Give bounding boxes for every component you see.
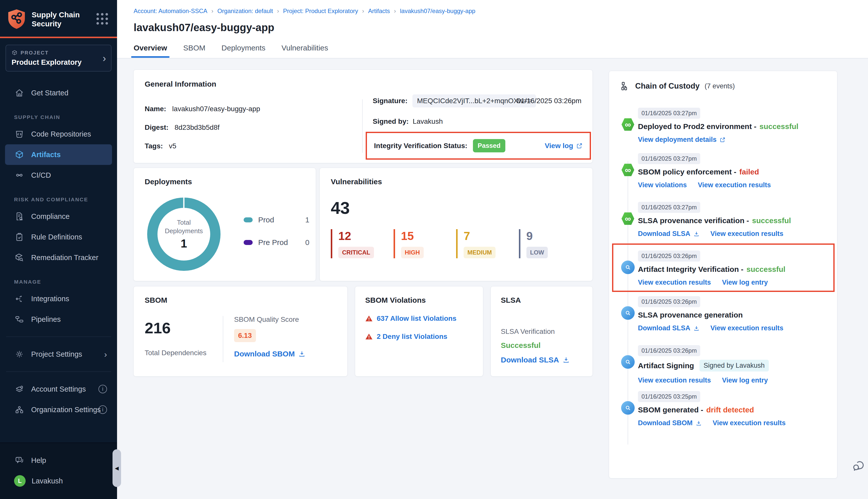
severity-medium: 7 MEDIUM	[456, 229, 519, 258]
chain-of-custody-panel: Chain of Custody (7 events) ∞ 01/16/2025…	[609, 71, 837, 478]
view-execution-results-link[interactable]: View execution results	[698, 181, 771, 189]
event-status: successful	[752, 216, 791, 225]
external-link-icon	[576, 143, 583, 149]
event-status: successful	[746, 265, 785, 273]
tab-deployments[interactable]: Deployments	[221, 44, 265, 58]
sidebar-item-code-repositories[interactable]: Code Repositories	[0, 124, 117, 144]
breadcrumb-current[interactable]: lavakush07/easy-buggy-app	[400, 8, 475, 14]
legend-dot-preprod	[244, 240, 253, 245]
slsa-verification-label: SLSA Verification	[501, 328, 582, 336]
help-button[interactable]: ? Help	[0, 450, 117, 471]
app-title: Supply Chain Security	[32, 10, 89, 28]
sidebar-item-remediation-tracker[interactable]: Remediation Tracker	[0, 247, 117, 268]
artifact-digest: 8d23bd3b5d8f	[174, 123, 219, 132]
sidebar-item-cicd[interactable]: CI/CD	[0, 165, 117, 185]
download-slsa-link[interactable]: Download SLSA	[501, 356, 559, 364]
sidebar-item-integrations[interactable]: Integrations	[0, 289, 117, 309]
chain-event: ∞ 01/16/2025 03:27pm Deployed to Prod2 e…	[638, 108, 830, 144]
sidebar-item-compliance[interactable]: Compliance	[0, 206, 117, 227]
sidebar-item-artifacts[interactable]: Artifacts	[5, 144, 112, 165]
chevron-right-icon: ›	[104, 349, 107, 359]
app-logo-shield-icon	[7, 9, 27, 30]
help-chat-icon: ?	[14, 455, 25, 466]
legend-dot-prod	[244, 217, 253, 222]
status-badge-passed: Passed	[473, 139, 505, 153]
tab-sbom[interactable]: SBOM	[183, 44, 205, 58]
event-timestamp: 01/16/2025 03:26pm	[638, 296, 700, 307]
user-name: Lavakush	[32, 477, 63, 485]
sidebar-item-organization-settings[interactable]: Organization Settings i	[0, 399, 117, 420]
download-slsa-link[interactable]: Download SLSA	[638, 324, 690, 332]
sidebar-item-pipelines[interactable]: Pipelines	[0, 309, 117, 330]
divider	[223, 316, 223, 362]
info-icon[interactable]: i	[98, 405, 107, 414]
sbom-violations-card: SBOM Violations 637 Allow list Violation…	[355, 286, 483, 377]
view-log-entry-link[interactable]: View log entry	[722, 377, 768, 384]
project-selector[interactable]: PROJECT Product Exploratory ›	[5, 45, 111, 72]
sidebar-item-get-started[interactable]: Get Started	[0, 83, 117, 103]
sidebar-collapse-handle[interactable]: ◀	[112, 449, 121, 487]
avatar: L	[14, 475, 26, 487]
layers-gear-icon	[14, 384, 25, 394]
sidebar-item-project-settings[interactable]: Project Settings ›	[0, 344, 117, 364]
breadcrumb-artifacts[interactable]: Artifacts	[368, 8, 390, 14]
view-execution-results-link[interactable]: View execution results	[711, 324, 784, 332]
deployments-card: Deployments Total Deployments 1 Prod 1 P…	[133, 168, 316, 281]
view-execution-results-link[interactable]: View execution results	[713, 419, 786, 427]
breadcrumb-project[interactable]: Project: Product Exploratory	[283, 8, 358, 14]
download-sbom-link[interactable]: Download SBOM	[234, 350, 295, 358]
divider	[362, 99, 363, 153]
info-icon[interactable]: i	[98, 385, 107, 393]
card-title: SBOM Violations	[365, 296, 473, 304]
clipboard-check-icon	[14, 232, 25, 242]
tab-overview[interactable]: Overview	[134, 44, 167, 58]
deny-list-violations-row: 2 Deny list Violations	[365, 332, 473, 341]
view-log-entry-link[interactable]: View log entry	[722, 279, 768, 287]
view-execution-results-link[interactable]: View execution results	[638, 279, 711, 287]
chain-event: ∞ 01/16/2025 03:27pm SLSA provenance ver…	[638, 202, 830, 238]
warning-icon	[365, 315, 373, 322]
view-violations-link[interactable]: View violations	[638, 181, 687, 189]
view-execution-results-link[interactable]: View execution results	[711, 230, 784, 238]
donut-total-value: 1	[181, 237, 187, 250]
scs-module-icon	[621, 260, 635, 274]
view-log-link[interactable]: View log	[545, 142, 573, 150]
signature-date: 01/16/2025 03:26pm	[517, 97, 581, 105]
chain-event-artifact-integrity: 01/16/2025 03:26pm Artifact Integrity Ve…	[638, 251, 830, 287]
sidebar-footer: ? Help L Lavakush	[0, 442, 117, 499]
user-menu[interactable]: L Lavakush	[0, 471, 117, 491]
sidebar-item-account-settings[interactable]: Account Settings i	[0, 379, 117, 399]
breadcrumb-organization[interactable]: Organization: default	[217, 8, 273, 14]
document-search-icon	[14, 211, 25, 222]
deny-list-violations-link[interactable]: 2 Deny list Violations	[377, 332, 447, 341]
pipelines-icon	[14, 314, 25, 325]
breadcrumb-account[interactable]: Account: Automation-SSCA	[134, 8, 207, 14]
app-grid-icon[interactable]	[96, 13, 108, 25]
allow-list-violations-link[interactable]: 637 Allow list Violations	[377, 315, 456, 322]
artifacts-box-icon	[14, 149, 25, 160]
sbom-quality-label: SBOM Quality Score	[234, 316, 305, 324]
slsa-card: SLSA SLSA Verification Successful Downlo…	[491, 286, 593, 377]
chain-event: 01/16/2025 03:25pm SBOM generated - drif…	[638, 391, 830, 427]
event-title: SLSA provenance generation	[638, 311, 743, 319]
sidebar-item-rule-definitions[interactable]: Rule Definitions	[0, 227, 117, 247]
scs-module-icon	[621, 401, 635, 415]
sbom-card: SBOM 216 Total Dependencies SBOM Quality…	[133, 286, 348, 377]
code-repository-icon	[14, 129, 25, 139]
event-status: failed	[739, 168, 759, 176]
download-sbom-link[interactable]: Download SBOM	[638, 419, 693, 427]
project-name: Product Exploratory	[12, 58, 106, 66]
download-slsa-link[interactable]: Download SLSA	[638, 230, 690, 238]
view-execution-results-link[interactable]: View execution results	[638, 377, 711, 384]
section-supply-chain: SUPPLY CHAIN	[0, 114, 117, 120]
event-title: SLSA provenance verification -	[638, 216, 749, 225]
card-title: Vulnerabilities	[331, 178, 581, 186]
tab-vulnerabilities[interactable]: Vulnerabilities	[281, 44, 328, 58]
view-deployment-details-link[interactable]: View deployment details	[638, 136, 716, 144]
donut-center-label: Total Deployments	[164, 218, 204, 235]
support-chat-icon[interactable]	[852, 459, 866, 473]
page-title: lavakush07/easy-buggy-app	[134, 22, 868, 34]
scs-module-icon	[621, 355, 635, 369]
download-icon	[298, 350, 305, 357]
vulnerabilities-card: Vulnerabilities 43 12 CRITICAL 15 HIGH 7…	[320, 168, 593, 281]
